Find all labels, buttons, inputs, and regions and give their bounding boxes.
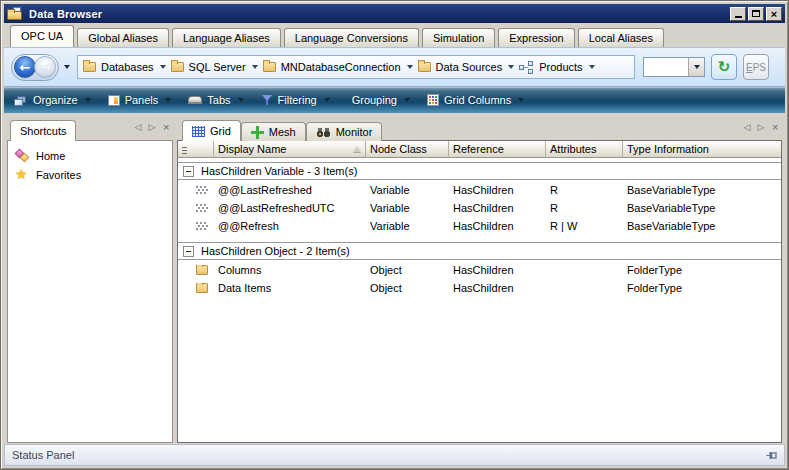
view-tab-grid[interactable]: Grid <box>182 120 241 141</box>
favorites-star-icon <box>15 168 30 181</box>
folder-icon <box>171 62 184 72</box>
main-tab-opc-ua[interactable]: OPC UA <box>10 25 74 47</box>
table-row[interactable]: @@LastRefreshedVariableHasChildrenRBaseV… <box>178 181 781 199</box>
view-tab-label: Grid <box>210 121 231 141</box>
row-icon-cell <box>178 186 214 195</box>
scroll-right-icon[interactable]: ▷ <box>758 123 765 132</box>
table-row[interactable]: @@RefreshVariableHasChildrenR | WBaseVar… <box>178 217 781 235</box>
panels-icon <box>108 95 120 106</box>
breadcrumb-item-products[interactable]: Products <box>519 61 594 74</box>
scroll-left-icon[interactable]: ◁ <box>135 123 142 132</box>
cell-node-class: Object <box>366 282 449 294</box>
table-row[interactable]: Data ItemsObjectHasChildrenFolderType <box>178 279 781 297</box>
chevron-down-icon[interactable] <box>518 98 524 102</box>
address-combo[interactable] <box>643 57 705 77</box>
toolbar-item-label: Grouping <box>352 94 397 106</box>
forward-button[interactable]: → <box>34 56 56 78</box>
window-controls: × <box>730 7 782 21</box>
cell-reference: HasChildren <box>449 220 546 232</box>
column-header-display-name[interactable]: Display Name <box>214 141 366 158</box>
pin-button[interactable] <box>766 450 777 461</box>
folder-icon <box>196 283 208 293</box>
group-header[interactable]: HasChildren Object - 2 Item(s) <box>178 242 781 260</box>
column-header-type-information[interactable]: Type Information <box>623 141 781 158</box>
table-row[interactable]: @@LastRefreshedUTCVariableHasChildrenRBa… <box>178 199 781 217</box>
chevron-down-icon[interactable] <box>404 98 410 102</box>
refresh-button[interactable]: ↻ <box>711 54 737 80</box>
view-tab-label: Mesh <box>269 122 296 142</box>
toolbar-item-organize[interactable]: Organize <box>14 94 91 106</box>
column-header-node-class[interactable]: Node Class <box>366 141 449 158</box>
main-tab-simulation[interactable]: Simulation <box>422 28 495 47</box>
chevron-down-icon[interactable] <box>165 98 171 102</box>
toolbar-item-panels[interactable]: Panels <box>108 94 172 106</box>
chevron-down-icon[interactable] <box>407 65 413 69</box>
toolbar-item-grouping[interactable]: Grouping <box>347 94 410 106</box>
history-dropdown-icon[interactable] <box>64 65 70 69</box>
collapse-icon[interactable] <box>183 166 194 177</box>
cell-type-information: FolderType <box>623 282 781 294</box>
close-panel-icon[interactable]: × <box>771 123 779 132</box>
tabs-icon <box>188 96 202 104</box>
toolbar-item-grid-columns[interactable]: Grid Columns <box>427 94 524 106</box>
cell-reference: HasChildren <box>449 202 546 214</box>
breadcrumb-label: Data Sources <box>436 61 503 73</box>
minimize-icon <box>735 16 742 18</box>
grid-header: Display NameNode ClassReferenceAttribute… <box>178 141 781 158</box>
chevron-down-icon[interactable] <box>508 65 514 69</box>
row-icon-cell <box>178 222 214 231</box>
breadcrumb-item-mndatabaseconnection[interactable]: MNDatabaseConnection <box>263 61 413 73</box>
cell-node-class: Variable <box>366 220 449 232</box>
main-tab-strip: OPC UAGlobal AliasesLanguage AliasesLang… <box>4 23 785 47</box>
chevron-down-icon[interactable] <box>238 98 244 102</box>
breadcrumb-item-data-sources[interactable]: Data Sources <box>418 61 515 73</box>
breadcrumb-item-sql-server[interactable]: SQL Server <box>171 61 258 73</box>
pin-icon <box>766 450 777 461</box>
close-panel-icon[interactable]: × <box>162 123 170 132</box>
table-row[interactable]: ColumnsObjectHasChildrenFolderType <box>178 261 781 279</box>
column-header-attributes[interactable]: Attributes <box>546 141 623 158</box>
folder-icon <box>263 62 276 72</box>
toolbar-item-label: Organize <box>33 94 78 106</box>
tab-shortcuts[interactable]: Shortcuts <box>10 120 76 141</box>
main-tab-global-aliases[interactable]: Global Aliases <box>77 28 169 47</box>
mesh-icon <box>251 126 264 139</box>
toolbar-item-tabs[interactable]: Tabs <box>188 94 243 106</box>
maximize-button[interactable] <box>748 7 764 21</box>
view-tab-mesh[interactable]: Mesh <box>241 122 306 141</box>
eps-button[interactable]: EPS <box>743 54 769 80</box>
address-combo-value[interactable] <box>644 58 688 76</box>
folder-icon <box>196 265 208 275</box>
column-header-reference[interactable]: Reference <box>449 141 546 158</box>
grid-view-icon <box>192 126 205 137</box>
scroll-right-icon[interactable]: ▷ <box>149 123 156 132</box>
chevron-down-icon[interactable] <box>252 65 258 69</box>
shortcut-item-home[interactable]: Home <box>8 146 172 165</box>
cell-reference: HasChildren <box>449 264 546 276</box>
app-window: Data Browser × OPC UAGlobal AliasesLangu… <box>0 0 789 470</box>
main-tab-language-conversions[interactable]: Language Conversions <box>284 28 419 47</box>
chevron-down-icon[interactable] <box>160 65 166 69</box>
shortcut-item-favorites[interactable]: Favorites <box>8 165 172 184</box>
main-tab-language-aliases[interactable]: Language Aliases <box>172 28 281 47</box>
main-tab-local-aliases[interactable]: Local Aliases <box>578 28 664 47</box>
chevron-down-icon[interactable] <box>324 98 330 102</box>
main-tab-expression[interactable]: Expression <box>498 28 574 47</box>
view-tab-monitor[interactable]: Monitor <box>306 122 383 141</box>
minimize-button[interactable] <box>730 7 746 21</box>
chevron-down-icon[interactable] <box>85 98 91 102</box>
back-button[interactable]: ← <box>14 56 36 78</box>
toolbar-item-filtering[interactable]: Filtering <box>261 94 330 106</box>
combo-dropdown-button[interactable] <box>688 58 704 76</box>
chevron-down-icon <box>694 65 700 69</box>
close-button[interactable]: × <box>766 7 782 21</box>
scroll-left-icon[interactable]: ◁ <box>744 123 751 132</box>
column-header-selector[interactable] <box>178 141 214 158</box>
cell-display-name: @@LastRefreshed <box>214 184 366 196</box>
breadcrumb-item-databases[interactable]: Databases <box>83 61 166 73</box>
cell-node-class: Variable <box>366 202 449 214</box>
chevron-down-icon[interactable] <box>589 65 595 69</box>
cell-display-name: Columns <box>214 264 366 276</box>
collapse-icon[interactable] <box>183 246 194 257</box>
group-header[interactable]: HasChildren Variable - 3 Item(s) <box>178 162 781 180</box>
